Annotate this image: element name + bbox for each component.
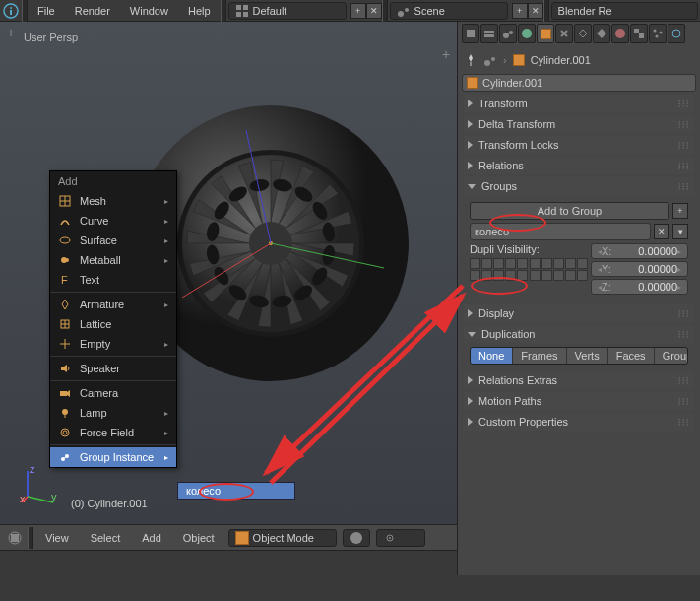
add-lattice[interactable]: Lattice [50, 314, 176, 334]
panel-duplication[interactable]: Duplication፧፧፧ [464, 325, 694, 343]
tab-physics-icon[interactable] [668, 24, 685, 43]
dup-tab-group[interactable]: Group [655, 348, 688, 364]
active-object-label: (0) Cylinder.001 [71, 498, 148, 509]
panel-relations[interactable]: Relations፧፧፧ [464, 157, 694, 174]
object-name-field[interactable]: Cylinder.001 [462, 74, 696, 92]
svg-rect-4 [243, 5, 248, 10]
svg-point-56 [672, 30, 680, 37]
dup-tab-verts[interactable]: Verts [567, 348, 608, 364]
vp-menu-object[interactable]: Object [173, 527, 224, 549]
group-offset-z[interactable]: ◂Z:0.00000▸ [591, 279, 688, 295]
menu-help[interactable]: Help [178, 0, 221, 22]
panel-relations-extras[interactable]: Relations Extras፧፧፧ [464, 371, 694, 389]
add-metaball[interactable]: Metaball▸ [50, 250, 176, 270]
svg-rect-3 [236, 5, 241, 10]
layer-buttons[interactable] [470, 258, 588, 281]
group-offset-y[interactable]: ◂Y:0.00000▸ [591, 261, 688, 277]
group-specials-button[interactable]: ▾ [672, 224, 688, 239]
editor-type-icon[interactable] [4, 527, 26, 549]
layout-dropdown[interactable]: Default [228, 2, 347, 20]
panel-delta-transform[interactable]: Delta Transform፧፧፧ [464, 115, 694, 133]
svg-text:F: F [61, 274, 68, 286]
layout-add-button[interactable]: + [350, 3, 366, 19]
add-group-plus-button[interactable]: + [672, 203, 688, 219]
group-offset-x[interactable]: ◂X:0.00000▸ [591, 243, 688, 259]
svg-rect-51 [634, 29, 639, 33]
svg-line-34 [28, 497, 53, 502]
properties-panel: › Cylinder.001 Cylinder.001 Transform፧፧፧… [457, 22, 700, 575]
layout-remove-button[interactable]: ✕ [366, 3, 382, 19]
menu-file[interactable]: File [28, 0, 65, 22]
panel-transform[interactable]: Transform፧፧፧ [464, 95, 694, 112]
svg-text:z: z [30, 465, 35, 475]
svg-point-63 [60, 237, 70, 243]
tab-particles-icon[interactable] [649, 24, 667, 43]
add-text[interactable]: FText [50, 270, 176, 290]
svg-rect-6 [243, 12, 248, 17]
group-name-field[interactable]: колесо [470, 223, 651, 240]
scene-icon [483, 53, 497, 67]
viewport-expand-icon[interactable]: + [4, 26, 18, 39]
tab-constraints-icon[interactable] [555, 24, 573, 43]
panel-custom-properties[interactable]: Custom Properties፧፧፧ [464, 413, 694, 431]
svg-rect-46 [484, 34, 494, 37]
add-camera[interactable]: Camera [50, 383, 176, 403]
panel-motion-paths[interactable]: Motion Paths፧፧፧ [464, 392, 694, 410]
svg-rect-52 [639, 33, 644, 38]
tab-data-icon[interactable] [593, 24, 610, 43]
tab-texture-icon[interactable] [630, 24, 648, 43]
vp-menu-select[interactable]: Select [81, 527, 131, 549]
tab-render-icon[interactable] [462, 24, 479, 43]
svg-point-41 [350, 532, 362, 544]
info-icon[interactable] [0, 0, 22, 22]
tab-scene-icon[interactable] [499, 24, 517, 43]
scene-dropdown[interactable]: Scene [390, 2, 508, 20]
vp-menu-view[interactable]: View [35, 527, 79, 549]
tab-world-icon[interactable] [518, 24, 536, 43]
engine-dropdown[interactable]: Blender Re [551, 2, 698, 20]
vp-menu-add[interactable]: Add [132, 527, 171, 549]
viewport-expand-icon[interactable]: + [439, 47, 453, 61]
svg-text:x: x [20, 493, 26, 504]
svg-point-59 [491, 57, 495, 61]
add-lamp[interactable]: Lamp▸ [50, 403, 176, 423]
dup-tab-frames[interactable]: Frames [513, 348, 566, 364]
shading-dropdown[interactable] [343, 529, 370, 547]
dup-tab-faces[interactable]: Faces [608, 348, 655, 364]
svg-rect-5 [236, 12, 241, 17]
pivot-dropdown[interactable] [376, 529, 425, 547]
group-instance-submenu-item[interactable]: колесо [177, 482, 295, 500]
panel-display[interactable]: Display፧፧፧ [464, 304, 694, 322]
menu-render[interactable]: Render [65, 0, 120, 22]
scene-add-button[interactable]: + [512, 3, 528, 19]
svg-point-73 [62, 409, 68, 415]
add-force-field[interactable]: Force Field▸ [50, 423, 176, 442]
mode-dropdown[interactable]: Object Mode [228, 529, 337, 547]
tab-modifiers-icon[interactable] [574, 24, 592, 43]
menu-window[interactable]: Window [120, 0, 178, 22]
add-group-instance[interactable]: Group Instance▸ [50, 447, 176, 467]
add-mesh[interactable]: Mesh▸ [50, 191, 176, 211]
pin-icon[interactable] [464, 53, 477, 67]
svg-point-49 [522, 29, 532, 38]
unlink-group-button[interactable]: ✕ [654, 224, 669, 239]
scene-remove-button[interactable]: ✕ [528, 3, 543, 19]
add-menu-title: Add [50, 171, 176, 191]
svg-point-54 [660, 32, 663, 34]
add-armature[interactable]: Armature▸ [50, 295, 176, 314]
panel-groups[interactable]: Groups፧፧፧ [464, 177, 694, 195]
add-speaker[interactable]: Speaker [50, 359, 176, 378]
tab-material-icon[interactable] [611, 24, 629, 43]
svg-text:y: y [51, 491, 57, 502]
dup-tab-none[interactable]: None [471, 348, 513, 364]
tab-layers-icon[interactable] [480, 24, 498, 43]
add-empty[interactable]: Empty▸ [50, 334, 176, 354]
tab-object-icon[interactable] [537, 24, 554, 43]
add-curve[interactable]: Curve▸ [50, 211, 176, 231]
add-surface[interactable]: Surface▸ [50, 231, 176, 250]
add-to-group-button[interactable]: Add to Group [470, 202, 669, 220]
panel-transform-locks[interactable]: Transform Locks፧፧፧ [464, 136, 694, 154]
view-persp-label: User Persp [24, 32, 78, 43]
duplication-tabs: None Frames Verts Faces Group [470, 347, 688, 365]
scene-label: Scene [414, 5, 445, 17]
